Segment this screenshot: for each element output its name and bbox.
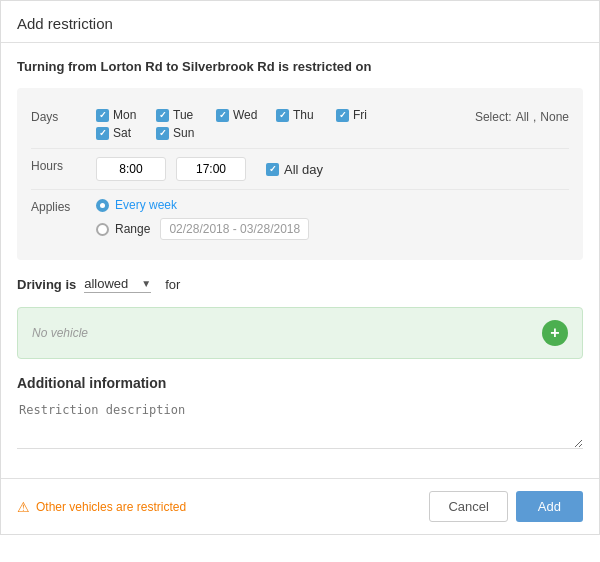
warning-message: Other vehicles are restricted (36, 500, 186, 514)
select-label: Select: (475, 110, 512, 124)
day-mon-label: Mon (113, 108, 136, 122)
day-fri[interactable]: Fri (336, 108, 386, 122)
hours-start-input[interactable] (96, 157, 166, 181)
warning-icon: ⚠ (17, 499, 30, 515)
radio-range-label: Range (115, 222, 150, 236)
day-mon[interactable]: Mon (96, 108, 146, 122)
modal-title: Add restriction (17, 15, 583, 32)
checkbox-wed[interactable] (216, 109, 229, 122)
checkbox-tue[interactable] (156, 109, 169, 122)
warning-text: ⚠ Other vehicles are restricted (17, 499, 186, 515)
day-thu[interactable]: Thu (276, 108, 326, 122)
day-sat[interactable]: Sat (96, 126, 146, 140)
radio-every-week-label: Every week (115, 198, 177, 212)
checkbox-mon[interactable] (96, 109, 109, 122)
driving-label: Driving is (17, 277, 76, 292)
day-sun[interactable]: Sun (156, 126, 206, 140)
modal-footer: ⚠ Other vehicles are restricted Cancel A… (1, 478, 599, 534)
days-and-select: Mon Tue Wed (96, 108, 569, 140)
range-value[interactable]: 02/28/2018 - 03/28/2018 (160, 218, 309, 240)
applies-content: Every week Range 02/28/2018 - 03/28/2018 (96, 198, 309, 240)
hours-content: All day (96, 157, 323, 181)
additional-info-section: Additional information (17, 375, 583, 452)
checkbox-sat[interactable] (96, 127, 109, 140)
modal-header: Add restriction (1, 1, 599, 43)
additional-info-title: Additional information (17, 375, 583, 391)
allday-check[interactable]: All day (266, 162, 323, 177)
day-sun-label: Sun (173, 126, 194, 140)
radio-range-btn[interactable] (96, 223, 109, 236)
day-wed[interactable]: Wed (216, 108, 266, 122)
day-fri-label: Fri (353, 108, 367, 122)
applies-label: Applies (31, 198, 96, 214)
radio-every-week-btn[interactable] (96, 199, 109, 212)
checkbox-thu[interactable] (276, 109, 289, 122)
hours-end-input[interactable] (176, 157, 246, 181)
modal-body: Turning from Lorton Rd to Silverbrook Rd… (1, 43, 599, 468)
no-vehicle-text: No vehicle (32, 326, 88, 340)
footer-buttons: Cancel Add (429, 491, 583, 522)
driving-dropdown[interactable]: allowed forbidden (84, 276, 139, 291)
day-sat-label: Sat (113, 126, 131, 140)
restriction-sentence: Turning from Lorton Rd to Silverbrook Rd… (17, 59, 583, 74)
days-row-2: Sat Sun (96, 126, 475, 140)
hours-label: Hours (31, 157, 96, 173)
description-textarea[interactable] (17, 399, 583, 449)
checkbox-sun[interactable] (156, 127, 169, 140)
hours-row: Hours All day (31, 149, 569, 190)
cancel-button[interactable]: Cancel (429, 491, 507, 522)
day-tue[interactable]: Tue (156, 108, 206, 122)
days-select-right: Select: All , None (475, 108, 569, 124)
driving-row: Driving is allowed forbidden ▼ for (17, 276, 583, 293)
select-all-link[interactable]: All (516, 110, 529, 124)
add-button[interactable]: Add (516, 491, 583, 522)
day-tue-label: Tue (173, 108, 193, 122)
allday-label: All day (284, 162, 323, 177)
section-box: Days Mon Tue (17, 88, 583, 260)
select-none-link[interactable]: None (540, 110, 569, 124)
checkbox-fri[interactable] (336, 109, 349, 122)
day-thu-label: Thu (293, 108, 314, 122)
days-label: Days (31, 108, 96, 124)
day-wed-label: Wed (233, 108, 257, 122)
for-label: for (165, 277, 180, 292)
select-separator: , (533, 110, 536, 124)
vehicle-box: No vehicle + (17, 307, 583, 359)
driving-dropdown-wrapper[interactable]: allowed forbidden ▼ (84, 276, 151, 293)
radio-range[interactable]: Range 02/28/2018 - 03/28/2018 (96, 218, 309, 240)
days-content: Mon Tue Wed (96, 108, 569, 140)
applies-row: Applies Every week Range 02/28/2018 - 03… (31, 190, 569, 248)
radio-every-week[interactable]: Every week (96, 198, 309, 212)
modal: Add restriction Turning from Lorton Rd t… (0, 0, 600, 535)
days-row-1: Mon Tue Wed (96, 108, 475, 122)
days-grid: Mon Tue Wed (96, 108, 475, 140)
add-vehicle-button[interactable]: + (542, 320, 568, 346)
checkbox-allday[interactable] (266, 163, 279, 176)
days-row: Days Mon Tue (31, 100, 569, 149)
dropdown-arrow-icon: ▼ (141, 278, 151, 289)
